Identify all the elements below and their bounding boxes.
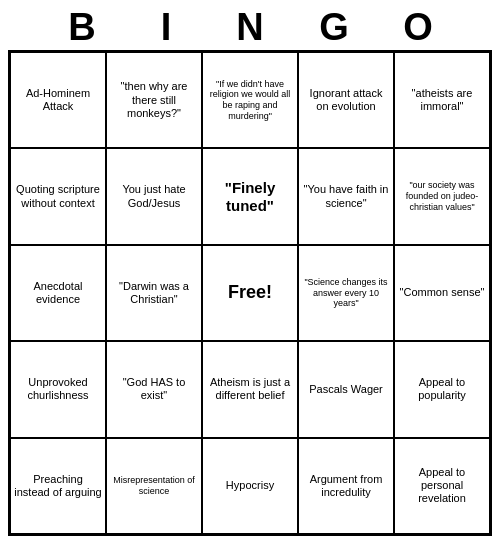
title-letter: I [124, 8, 208, 46]
bingo-cell: Ignorant attack on evolution [298, 52, 394, 148]
bingo-title: BINGO [8, 8, 492, 46]
bingo-cell: "God HAS to exist" [106, 341, 202, 437]
bingo-cell: Free! [202, 245, 298, 341]
bingo-cell: "our society was founded on judeo-christ… [394, 148, 490, 244]
bingo-cell: Misrepresentation of science [106, 438, 202, 534]
title-letter: N [208, 8, 292, 46]
bingo-cell: Pascals Wager [298, 341, 394, 437]
bingo-cell: Argument from incredulity [298, 438, 394, 534]
title-letter: O [376, 8, 460, 46]
title-letter: B [40, 8, 124, 46]
bingo-cell: "then why are there still monkeys?" [106, 52, 202, 148]
bingo-cell: Appeal to personal revelation [394, 438, 490, 534]
bingo-cell: Atheism is just a different belief [202, 341, 298, 437]
bingo-cell: Unprovoked churlishness [10, 341, 106, 437]
bingo-cell: Appeal to popularity [394, 341, 490, 437]
bingo-cell: "You have faith in science" [298, 148, 394, 244]
bingo-cell: "Finely tuned" [202, 148, 298, 244]
bingo-cell: Hypocrisy [202, 438, 298, 534]
bingo-cell: "Science changes its answer every 10 yea… [298, 245, 394, 341]
bingo-grid: Ad-Hominem Attack"then why are there sti… [8, 50, 492, 536]
bingo-cell: Ad-Hominem Attack [10, 52, 106, 148]
bingo-cell: "atheists are immoral" [394, 52, 490, 148]
bingo-cell: Preaching instead of arguing [10, 438, 106, 534]
bingo-cell: "Darwin was a Christian" [106, 245, 202, 341]
title-letter: G [292, 8, 376, 46]
bingo-cell: You just hate God/Jesus [106, 148, 202, 244]
bingo-cell: Anecdotal evidence [10, 245, 106, 341]
bingo-cell: "Common sense" [394, 245, 490, 341]
bingo-cell: Quoting scripture without context [10, 148, 106, 244]
bingo-cell: "If we didn't have religion we would all… [202, 52, 298, 148]
